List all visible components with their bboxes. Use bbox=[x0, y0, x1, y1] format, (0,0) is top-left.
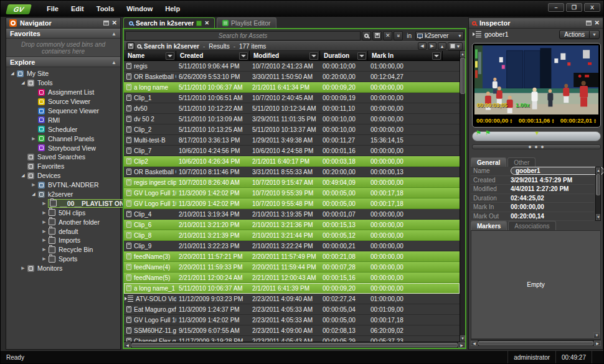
inspector-tab-general[interactable]: General bbox=[471, 157, 506, 167]
table-row[interactable]: Multi-test-B8/17/2010 3:36:13 PM1/29/201… bbox=[124, 135, 460, 146]
table-row[interactable]: Clip210/6/2010 4:26:34 PM2/1/2011 6:40:1… bbox=[124, 156, 460, 167]
filter-dropdown-icon[interactable] bbox=[432, 52, 441, 60]
tree-item-devices[interactable]: ◢Devices bbox=[6, 171, 120, 180]
mark-out-timecode[interactable]: 00:00:22,01▲▼ bbox=[560, 117, 597, 124]
tree-item-sports[interactable]: ▶Sports bbox=[6, 254, 120, 264]
search-form-toggle-button[interactable] bbox=[126, 42, 134, 50]
up-level-button[interactable]: ▲ bbox=[438, 42, 446, 50]
tree-item-monitors[interactable]: ▶Monitors bbox=[6, 264, 120, 273]
timecode-spinner[interactable]: ▲▼ bbox=[593, 118, 597, 123]
timecode-spinner[interactable]: ▲▼ bbox=[551, 118, 554, 123]
horizontal-scrollbar[interactable]: ◀ ▶ bbox=[471, 340, 601, 346]
table-row[interactable]: feedName(3)2/20/2011 11:57:21 PM2/20/201… bbox=[124, 251, 460, 262]
vertical-scrollbar[interactable]: ▲ ▼ bbox=[460, 51, 465, 342]
search-scope-dropdown[interactable]: k2server ▼ bbox=[415, 31, 464, 40]
expander-icon[interactable]: ▶ bbox=[40, 256, 48, 261]
search-input[interactable] bbox=[125, 31, 361, 40]
column-header-name[interactable]: Name bbox=[124, 51, 176, 60]
scroll-up-arrow[interactable]: ▲ bbox=[596, 167, 600, 174]
scroll-down-button[interactable]: ▼ bbox=[593, 332, 600, 338]
table-row[interactable]: ATV-SOLO Video....11/12/2009 9:03:23 PM2… bbox=[124, 294, 460, 304]
expander-icon[interactable]: ◢ bbox=[9, 71, 16, 76]
scroll-left-arrow[interactable]: ◀ bbox=[124, 342, 131, 348]
close-panel-icon[interactable]: ✕ bbox=[112, 20, 117, 26]
clear-search-button[interactable]: ✕ bbox=[383, 31, 392, 40]
expander-icon[interactable]: ▶ bbox=[40, 247, 48, 252]
playhead-marker-icon[interactable]: ▼ bbox=[534, 131, 540, 136]
table-row[interactable]: OR Basketball Ca...6/26/2009 5:53:10 PM3… bbox=[124, 72, 460, 82]
table-row[interactable]: dv505/11/2010 10:12:22 AM5/11/2010 10:12… bbox=[124, 103, 460, 114]
search-button[interactable] bbox=[362, 31, 371, 40]
expander-icon[interactable]: ▶ bbox=[40, 229, 48, 234]
scroll-right-arrow[interactable]: ▶ bbox=[594, 340, 601, 346]
inspector-tab-markers[interactable]: Markers bbox=[471, 221, 507, 230]
timeline-scrubber[interactable]: ⚑ ⚑ ▼ bbox=[472, 131, 601, 141]
expander-icon[interactable]: ▶ bbox=[30, 182, 37, 187]
tree-item-00-playlist-only[interactable]: ▶__00__PLAYLIST ONLY bbox=[6, 198, 120, 208]
collapse-chevron-icon[interactable]: ▲ bbox=[111, 31, 116, 37]
dock-icon[interactable] bbox=[586, 21, 592, 26]
actions-button[interactable]: Actions ▼ bbox=[559, 30, 600, 39]
menu-item-tools[interactable]: Tools bbox=[90, 5, 121, 12]
restore-button[interactable]: ❐ bbox=[566, 3, 582, 12]
tree-item-recycle-bin[interactable]: ▶Recycle Bin bbox=[6, 245, 120, 254]
table-row[interactable]: regis5/11/2010 9:06:44 PM10/7/2010 2:41:… bbox=[124, 61, 460, 72]
prev-result-button[interactable]: ◀ bbox=[418, 42, 427, 50]
scroll-down-arrow[interactable]: ▼ bbox=[460, 335, 465, 342]
scrollbar-thumb[interactable] bbox=[131, 343, 458, 347]
expander-icon[interactable]: ▶ bbox=[40, 210, 48, 215]
table-row[interactable]: SSM60HZ-11.gxf9/15/2009 6:07:55 AM2/23/2… bbox=[124, 325, 460, 336]
expander-icon[interactable]: ▶ bbox=[40, 201, 48, 206]
filter-dropdown-icon[interactable] bbox=[357, 52, 366, 60]
scrollbar-thumb[interactable] bbox=[596, 174, 600, 195]
expander-icon[interactable]: ▶ bbox=[40, 220, 48, 225]
marker-flag-icon[interactable]: ⚑ bbox=[476, 130, 481, 136]
minimize-button[interactable]: – bbox=[548, 3, 564, 12]
table-row[interactable]: Clip_710/6/2010 4:24:56 PM10/6/2010 4:24… bbox=[124, 146, 460, 156]
table-row[interactable]: regis ingest clip 1110/7/2010 8:26:40 AM… bbox=[124, 177, 460, 188]
menu-item-edit[interactable]: Edit bbox=[65, 5, 90, 12]
table-row[interactable]: Eat Maguro.gxf11/3/2009 1:24:37 PM2/23/2… bbox=[124, 304, 460, 315]
column-header-modified[interactable]: Modified bbox=[250, 51, 320, 60]
table-row[interactable]: dv 50 25/11/2010 10:13:09 AM3/29/2011 11… bbox=[124, 114, 460, 124]
tree-item-source-viewer[interactable]: Source Viewer bbox=[6, 97, 120, 106]
dock-icon[interactable] bbox=[103, 21, 109, 26]
expander-icon[interactable]: ▶ bbox=[30, 136, 37, 141]
close-panel-icon[interactable]: ✕ bbox=[595, 20, 600, 26]
table-row[interactable]: a long name_15/11/2010 10:06:37 AM2/1/20… bbox=[124, 283, 460, 294]
expander-icon[interactable]: ▶ bbox=[19, 266, 27, 271]
expander-icon[interactable]: ◢ bbox=[19, 80, 27, 85]
explore-section-header[interactable]: Explore ▲ bbox=[6, 57, 120, 67]
menu-item-help[interactable]: Help bbox=[159, 5, 186, 12]
expander-icon[interactable]: ▶ bbox=[40, 238, 48, 243]
filter-dropdown-icon[interactable] bbox=[166, 52, 174, 60]
table-row[interactable]: Clip_42/10/2011 3:19:34 PM2/10/2011 3:19… bbox=[124, 209, 460, 220]
tree-item-my-site[interactable]: ◢My Site bbox=[6, 69, 120, 78]
horizontal-scrollbar[interactable]: ◀ ▶ bbox=[124, 342, 465, 348]
tree-item-saved-searches[interactable]: Saved Searches bbox=[6, 152, 120, 162]
table-row[interactable]: Clip_15/11/2010 10:06:51 AM10/7/2010 2:4… bbox=[124, 93, 460, 103]
mark-in-timecode[interactable]: 00:00:00,00▲▼ bbox=[476, 117, 512, 124]
table-row[interactable]: Channel Flex.gxf11/17/2009 3:19:28 PM2/2… bbox=[124, 336, 460, 342]
timecode-spinner[interactable]: ▲▼ bbox=[509, 118, 512, 123]
scroll-left-arrow[interactable]: ◀ bbox=[471, 340, 478, 346]
table-row[interactable]: Clip_25/11/2010 10:13:25 AM5/11/2010 10:… bbox=[124, 124, 460, 135]
tab-close-icon[interactable]: ✕ bbox=[204, 20, 209, 26]
table-row[interactable]: GV Logo Full 1080...11/3/2009 1:42:02 PM… bbox=[124, 198, 460, 209]
filter-dropdown-icon[interactable] bbox=[239, 52, 248, 60]
tree-item-favorites[interactable]: Favorites bbox=[6, 162, 120, 171]
tree-item-imports[interactable]: ▶Imports bbox=[6, 236, 120, 245]
tree-item-50h-clips[interactable]: ▶50H clips bbox=[6, 208, 120, 217]
tree-item-bvtnl-andrer[interactable]: ▶BVTNL-ANDRER bbox=[6, 180, 120, 190]
table-row[interactable]: GV Logo Full 1080...11/3/2009 1:42:02 PM… bbox=[124, 188, 460, 198]
next-result-button[interactable]: ▶ bbox=[428, 42, 436, 50]
name-field[interactable] bbox=[511, 167, 604, 175]
current-timecode[interactable]: 00:00:11,06▲▼ bbox=[519, 117, 555, 124]
scrollbar-thumb[interactable] bbox=[478, 341, 593, 345]
table-row[interactable]: feedName(4)2/20/2011 11:59:33 PM2/20/201… bbox=[124, 262, 460, 273]
tree-item-rmi[interactable]: RMI bbox=[6, 115, 120, 124]
fields-scrollbar[interactable]: ▲ ▼ bbox=[595, 167, 601, 221]
table-row[interactable]: Clip_82/10/2011 3:21:39 PM2/10/2011 3:21… bbox=[124, 230, 460, 241]
table-row[interactable]: GV Logo Full 1080...11/3/2009 1:42:02 PM… bbox=[124, 315, 460, 325]
tree-item-another-folder[interactable]: ▶Another folder bbox=[6, 217, 120, 226]
